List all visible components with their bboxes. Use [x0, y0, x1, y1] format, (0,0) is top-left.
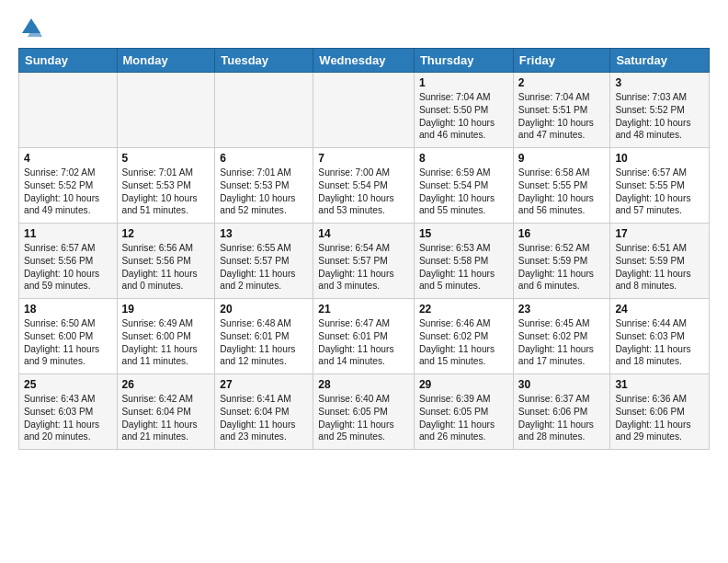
day-info: Sunrise: 6:51 AM Sunset: 5:59 PM Dayligh…	[615, 242, 704, 293]
day-number: 28	[318, 378, 409, 391]
day-info: Sunrise: 6:56 AM Sunset: 5:56 PM Dayligh…	[122, 242, 210, 293]
calendar-cell: 24Sunrise: 6:44 AM Sunset: 6:03 PM Dayli…	[610, 299, 710, 374]
day-info: Sunrise: 6:50 AM Sunset: 6:00 PM Dayligh…	[24, 317, 112, 368]
day-info: Sunrise: 7:04 AM Sunset: 5:50 PM Dayligh…	[419, 91, 508, 142]
column-header-wednesday: Wednesday	[313, 49, 415, 73]
calendar-cell: 17Sunrise: 6:51 AM Sunset: 5:59 PM Dayli…	[610, 224, 710, 299]
day-info: Sunrise: 6:49 AM Sunset: 6:00 PM Dayligh…	[122, 317, 210, 368]
day-number: 21	[318, 303, 409, 316]
calendar-cell: 27Sunrise: 6:41 AM Sunset: 6:04 PM Dayli…	[215, 374, 313, 450]
day-info: Sunrise: 7:00 AM Sunset: 5:54 PM Dayligh…	[318, 167, 409, 217]
day-info: Sunrise: 7:01 AM Sunset: 5:53 PM Dayligh…	[122, 167, 210, 217]
day-info: Sunrise: 7:01 AM Sunset: 5:53 PM Dayligh…	[220, 167, 308, 217]
day-number: 27	[220, 378, 308, 391]
calendar-cell: 25Sunrise: 6:43 AM Sunset: 6:03 PM Dayli…	[19, 374, 118, 450]
logo-icon	[18, 15, 44, 40]
day-number: 6	[220, 152, 308, 165]
calendar-cell: 15Sunrise: 6:53 AM Sunset: 5:58 PM Dayli…	[414, 224, 513, 299]
day-info: Sunrise: 6:57 AM Sunset: 5:55 PM Dayligh…	[615, 167, 704, 217]
day-number: 20	[220, 303, 308, 316]
day-number: 2	[518, 76, 606, 89]
day-info: Sunrise: 6:57 AM Sunset: 5:56 PM Dayligh…	[24, 242, 112, 293]
calendar-cell: 12Sunrise: 6:56 AM Sunset: 5:56 PM Dayli…	[117, 224, 215, 299]
day-number: 7	[318, 152, 409, 165]
day-info: Sunrise: 6:54 AM Sunset: 5:57 PM Dayligh…	[318, 242, 409, 293]
week-row-3: 11Sunrise: 6:57 AM Sunset: 5:56 PM Dayli…	[19, 224, 710, 299]
calendar-cell: 3Sunrise: 7:03 AM Sunset: 5:52 PM Daylig…	[610, 73, 710, 148]
day-number: 5	[122, 152, 210, 165]
day-number: 8	[419, 152, 508, 165]
calendar-cell	[117, 73, 215, 148]
day-number: 24	[615, 303, 704, 316]
page-header	[18, 15, 710, 40]
day-info: Sunrise: 6:48 AM Sunset: 6:01 PM Dayligh…	[220, 317, 308, 368]
calendar-cell: 11Sunrise: 6:57 AM Sunset: 5:56 PM Dayli…	[19, 224, 118, 299]
day-number: 16	[518, 227, 606, 240]
day-number: 3	[615, 76, 704, 89]
day-info: Sunrise: 6:43 AM Sunset: 6:03 PM Dayligh…	[24, 393, 112, 443]
day-number: 12	[122, 227, 210, 240]
calendar-cell	[19, 73, 118, 148]
logo	[18, 15, 48, 40]
calendar-cell	[313, 73, 415, 148]
column-header-saturday: Saturday	[610, 49, 710, 73]
day-info: Sunrise: 6:40 AM Sunset: 6:05 PM Dayligh…	[318, 393, 409, 443]
day-number: 22	[419, 303, 508, 316]
day-info: Sunrise: 7:02 AM Sunset: 5:52 PM Dayligh…	[24, 167, 112, 217]
day-number: 13	[220, 227, 308, 240]
week-row-4: 18Sunrise: 6:50 AM Sunset: 6:00 PM Dayli…	[19, 299, 710, 374]
day-number: 29	[419, 378, 508, 391]
day-info: Sunrise: 6:55 AM Sunset: 5:57 PM Dayligh…	[220, 242, 308, 293]
calendar-table: SundayMondayTuesdayWednesdayThursdayFrid…	[18, 48, 710, 450]
column-header-tuesday: Tuesday	[215, 49, 313, 73]
calendar-cell: 31Sunrise: 6:36 AM Sunset: 6:06 PM Dayli…	[610, 374, 710, 450]
calendar-cell: 1Sunrise: 7:04 AM Sunset: 5:50 PM Daylig…	[414, 73, 513, 148]
calendar-cell: 7Sunrise: 7:00 AM Sunset: 5:54 PM Daylig…	[313, 148, 415, 224]
calendar-cell: 9Sunrise: 6:58 AM Sunset: 5:55 PM Daylig…	[513, 148, 610, 224]
calendar-cell: 5Sunrise: 7:01 AM Sunset: 5:53 PM Daylig…	[117, 148, 215, 224]
day-number: 9	[518, 152, 606, 165]
day-number: 11	[24, 227, 112, 240]
day-number: 1	[419, 76, 508, 89]
week-row-2: 4Sunrise: 7:02 AM Sunset: 5:52 PM Daylig…	[19, 148, 710, 224]
day-number: 25	[24, 378, 112, 391]
column-header-thursday: Thursday	[414, 49, 513, 73]
calendar-cell: 18Sunrise: 6:50 AM Sunset: 6:00 PM Dayli…	[19, 299, 118, 374]
column-header-friday: Friday	[513, 49, 610, 73]
day-number: 15	[419, 227, 508, 240]
calendar-cell: 14Sunrise: 6:54 AM Sunset: 5:57 PM Dayli…	[313, 224, 415, 299]
day-number: 14	[318, 227, 409, 240]
calendar-cell	[215, 73, 313, 148]
calendar-cell: 8Sunrise: 6:59 AM Sunset: 5:54 PM Daylig…	[414, 148, 513, 224]
calendar-cell: 22Sunrise: 6:46 AM Sunset: 6:02 PM Dayli…	[414, 299, 513, 374]
day-info: Sunrise: 6:46 AM Sunset: 6:02 PM Dayligh…	[419, 317, 508, 368]
day-number: 31	[615, 378, 704, 391]
day-info: Sunrise: 6:52 AM Sunset: 5:59 PM Dayligh…	[518, 242, 606, 293]
calendar-cell: 4Sunrise: 7:02 AM Sunset: 5:52 PM Daylig…	[19, 148, 118, 224]
calendar-cell: 19Sunrise: 6:49 AM Sunset: 6:00 PM Dayli…	[117, 299, 215, 374]
column-header-monday: Monday	[117, 49, 215, 73]
calendar-cell: 2Sunrise: 7:04 AM Sunset: 5:51 PM Daylig…	[513, 73, 610, 148]
calendar-cell: 23Sunrise: 6:45 AM Sunset: 6:02 PM Dayli…	[513, 299, 610, 374]
calendar-cell: 21Sunrise: 6:47 AM Sunset: 6:01 PM Dayli…	[313, 299, 415, 374]
day-info: Sunrise: 6:36 AM Sunset: 6:06 PM Dayligh…	[615, 393, 704, 443]
day-number: 19	[122, 303, 210, 316]
day-number: 17	[615, 227, 704, 240]
week-row-5: 25Sunrise: 6:43 AM Sunset: 6:03 PM Dayli…	[19, 374, 710, 450]
day-number: 18	[24, 303, 112, 316]
day-number: 23	[518, 303, 606, 316]
calendar-cell: 20Sunrise: 6:48 AM Sunset: 6:01 PM Dayli…	[215, 299, 313, 374]
calendar-cell: 26Sunrise: 6:42 AM Sunset: 6:04 PM Dayli…	[117, 374, 215, 450]
day-number: 26	[122, 378, 210, 391]
day-number: 10	[615, 152, 704, 165]
calendar-cell: 10Sunrise: 6:57 AM Sunset: 5:55 PM Dayli…	[610, 148, 710, 224]
day-info: Sunrise: 7:03 AM Sunset: 5:52 PM Dayligh…	[615, 91, 704, 142]
day-info: Sunrise: 6:45 AM Sunset: 6:02 PM Dayligh…	[518, 317, 606, 368]
day-info: Sunrise: 6:47 AM Sunset: 6:01 PM Dayligh…	[318, 317, 409, 368]
calendar-cell: 29Sunrise: 6:39 AM Sunset: 6:05 PM Dayli…	[414, 374, 513, 450]
calendar-cell: 28Sunrise: 6:40 AM Sunset: 6:05 PM Dayli…	[313, 374, 415, 450]
day-info: Sunrise: 6:41 AM Sunset: 6:04 PM Dayligh…	[220, 393, 308, 443]
day-number: 4	[24, 152, 112, 165]
day-info: Sunrise: 6:37 AM Sunset: 6:06 PM Dayligh…	[518, 393, 606, 443]
calendar-cell: 30Sunrise: 6:37 AM Sunset: 6:06 PM Dayli…	[513, 374, 610, 450]
